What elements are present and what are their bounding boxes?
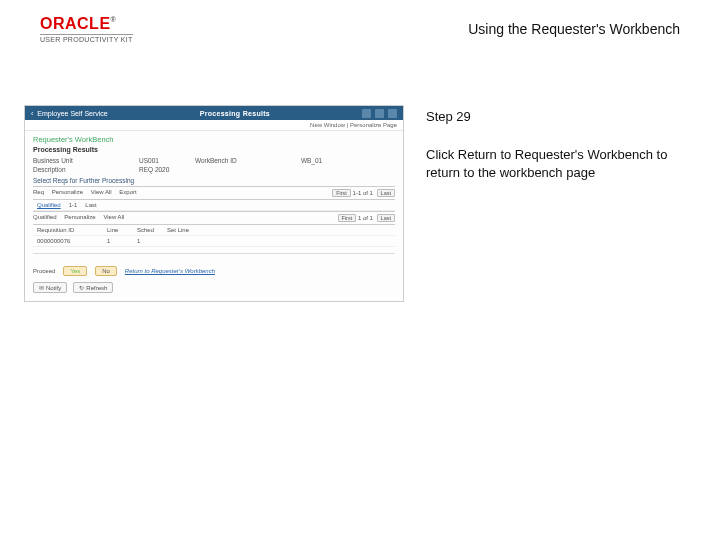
menu-icon[interactable]	[388, 109, 397, 118]
refresh-button[interactable]: ↻ Refresh	[73, 282, 113, 293]
section-select-reqs: Select Reqs for Further Processing	[33, 177, 395, 184]
bu-value: US001	[139, 157, 159, 164]
no-button[interactable]: No	[95, 266, 117, 276]
back-link[interactable]: Employee Self Service	[37, 110, 107, 117]
app-header-bar: ‹Employee Self Service Processing Result…	[25, 106, 403, 120]
page-heading: Requester's WorkBench	[33, 135, 395, 144]
oracle-logo-block: ORACLE® USER PRODUCTIVITY KIT	[40, 16, 133, 43]
grid2-header: Qualified Personalize View All First 1 o…	[33, 211, 395, 225]
section-heading: Processing Results	[33, 146, 395, 153]
wbid-value: WB_01	[301, 157, 322, 164]
grid1-header: Req Personalize View All Export First 1-…	[33, 186, 395, 200]
bu-label: Business Unit	[33, 157, 103, 164]
desc-value: REQ 2020	[139, 166, 169, 173]
oracle-wordmark: ORACLE®	[40, 16, 133, 32]
app-header-title: Processing Results	[200, 110, 270, 117]
grid2-colhead: Requisition ID Line Sched Set Line	[33, 225, 395, 236]
page-title: Using the Requester's Workbench	[468, 21, 680, 37]
grid1-row: Qualified 1-1 Last	[33, 200, 395, 211]
app-subheader[interactable]: New Window | Personalize Page	[25, 120, 403, 131]
yes-button[interactable]: Yes	[63, 266, 87, 276]
return-to-workbench-link[interactable]: Return to Requester's Workbench	[125, 268, 215, 274]
proceed-row: Proceed Yes No Return to Requester's Wor…	[33, 266, 395, 276]
embedded-screenshot: ‹Employee Self Service Processing Result…	[24, 105, 404, 302]
home-icon[interactable]	[362, 109, 371, 118]
desc-label: Description	[33, 166, 103, 173]
grid2-datarow: 0000000076 1 1	[33, 236, 395, 247]
back-chevron-icon: ‹	[31, 110, 33, 117]
wbid-label: WorkBench ID	[195, 157, 265, 164]
flag-icon[interactable]	[375, 109, 384, 118]
upk-subbrand: USER PRODUCTIVITY KIT	[40, 34, 133, 43]
instruction-text: Click Return to Requester's Workbench to…	[426, 146, 696, 181]
notify-button[interactable]: ✉ Notify	[33, 282, 67, 293]
step-label: Step 29	[426, 109, 696, 124]
